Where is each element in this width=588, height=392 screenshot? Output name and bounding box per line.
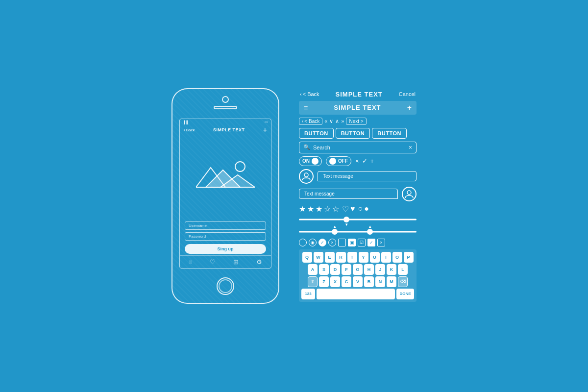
key-x[interactable]: X (330, 276, 340, 287)
phone-tab-heart[interactable]: ♡ (210, 258, 216, 266)
nav1-cancel-button[interactable]: Cancel (399, 91, 416, 97)
slider-1[interactable]: ▼ (299, 217, 416, 222)
phone-tab-menu[interactable]: ≡ (189, 258, 193, 266)
radio-x[interactable]: × (328, 239, 336, 246)
ui-components-panel: ‹ < Back SIMPLE TEXT Cancel ≡ SIMPLE TEX… (299, 91, 416, 302)
toggle-off-label: OFF (338, 158, 348, 164)
key-k[interactable]: K (387, 264, 396, 275)
nav-back-button[interactable]: ‹ < Back (299, 118, 322, 125)
key-u[interactable]: U (370, 252, 380, 263)
phone-screen: ▐▐ ▭ ‹ Back SIMPLE TEXT + (179, 119, 271, 269)
toggle-off[interactable]: OFF (326, 156, 351, 166)
key-c[interactable]: C (342, 276, 351, 287)
phone-tab-list[interactable]: ⊞ (233, 258, 239, 266)
key-q[interactable]: Q (302, 252, 312, 263)
star-1[interactable]: ★ (299, 204, 306, 214)
key-o[interactable]: O (392, 252, 402, 263)
key-delete[interactable]: ⌫ (398, 276, 408, 287)
phone-home-button[interactable] (217, 277, 234, 295)
key-m[interactable]: M (387, 276, 396, 287)
checkbox-checked[interactable]: ☑ (358, 239, 366, 246)
key-f[interactable]: F (342, 264, 351, 275)
radio-empty[interactable] (299, 239, 307, 246)
message-row-left: Text message (299, 169, 416, 184)
comment-empty[interactable]: ○ (358, 204, 363, 213)
comment-filled[interactable]: ● (364, 204, 369, 213)
keyboard: Q W E R T Y U I O P A S D F G H J K L (299, 249, 416, 302)
radio-filled-check[interactable]: ✓ (318, 239, 326, 246)
phone-back-button[interactable]: ‹ Back (184, 128, 195, 132)
slider-2-marker-right: ▲ (368, 224, 372, 229)
key-shift[interactable]: ⇧ (308, 276, 318, 287)
phone-signal-icon: ▐▐ (183, 121, 188, 124)
checkboxes-row: ◉ ✓ × ▣ ☑ ✓ × (299, 239, 416, 246)
search-clear-button[interactable]: × (409, 144, 412, 151)
toggle-extra-icons: × ✓ + (355, 157, 374, 165)
button-1[interactable]: BUTTON (299, 128, 334, 139)
slider-1-thumb[interactable]: ▼ (343, 217, 349, 222)
hamburger-menu-icon[interactable]: ≡ (304, 104, 308, 112)
message-row-right: Text message (299, 187, 416, 201)
heart-empty[interactable]: ♡ (342, 204, 349, 214)
key-b[interactable]: B (364, 276, 374, 287)
star-2[interactable]: ★ (307, 204, 314, 214)
star-4-empty[interactable]: ☆ (324, 204, 331, 214)
phone-nav-bar: ‹ Back SIMPLE TEXT + (180, 125, 271, 135)
checkbox-empty[interactable] (338, 239, 346, 246)
checkbox-x[interactable]: × (377, 239, 385, 246)
phone-password-field[interactable]: Password (185, 232, 266, 241)
checkbox-filled[interactable]: ▣ (348, 239, 356, 246)
slider-1-track (299, 219, 416, 220)
phone-username-field[interactable]: Username (185, 221, 266, 230)
button-2[interactable]: BUTTON (336, 128, 370, 139)
key-e[interactable]: E (325, 252, 335, 263)
key-l[interactable]: L (398, 264, 408, 275)
key-done[interactable]: DONE (396, 289, 414, 299)
phone-tab-settings[interactable]: ⚙ (256, 258, 262, 266)
slider-2-thumb-left[interactable]: ▲ (332, 229, 338, 235)
nav1-back-button[interactable]: ‹ < Back (300, 91, 319, 97)
nav-chevron-up-icon[interactable]: ∧ (335, 118, 339, 124)
key-p[interactable]: P (404, 252, 414, 263)
key-n[interactable]: N (375, 276, 385, 287)
nav-next-button[interactable]: Next > (346, 118, 366, 125)
key-space[interactable] (317, 289, 395, 299)
key-d[interactable]: D (330, 264, 340, 275)
nav-double-left-icon[interactable]: « (324, 118, 327, 124)
nav-double-right-icon[interactable]: » (341, 118, 344, 124)
key-r[interactable]: R (336, 252, 346, 263)
nav2-plus-button[interactable]: + (407, 103, 412, 112)
star-5-empty[interactable]: ☆ (332, 204, 339, 214)
key-123[interactable]: 123 (301, 289, 315, 299)
toggle-on[interactable]: ON (299, 156, 322, 166)
slider-2-thumb-right[interactable]: ▲ (367, 229, 373, 235)
slider-1-marker: ▼ (344, 222, 348, 227)
key-t[interactable]: T (347, 252, 357, 263)
key-z[interactable]: Z (319, 276, 329, 287)
phone-title: SIMPLE TEXT (213, 127, 245, 132)
key-h[interactable]: H (364, 264, 374, 275)
phone-plus-button[interactable]: + (263, 126, 267, 133)
search-bar[interactable]: 🔍 Search × (299, 142, 416, 153)
checkbox-checked-filled[interactable]: ✓ (368, 239, 375, 246)
key-y[interactable]: Y (359, 252, 368, 263)
key-i[interactable]: I (381, 252, 391, 263)
phone-battery-icon: ▭ (265, 120, 268, 124)
nav-chevron-down-icon[interactable]: ∨ (329, 118, 333, 124)
main-container: ▐▐ ▭ ‹ Back SIMPLE TEXT + (172, 88, 416, 304)
key-g[interactable]: G (353, 264, 363, 275)
key-v[interactable]: V (353, 276, 363, 287)
search-input[interactable]: Search (313, 145, 406, 150)
heart-filled[interactable]: ♥ (350, 204, 355, 213)
phone-signup-button[interactable]: Sing up (185, 244, 266, 254)
nav1-back-chevron: ‹ (300, 91, 302, 97)
button-3[interactable]: BUTTON (372, 128, 407, 139)
phone-form: Username Password (180, 220, 271, 243)
radio-dot[interactable]: ◉ (309, 239, 317, 246)
star-3[interactable]: ★ (316, 204, 322, 214)
key-w[interactable]: W (314, 252, 323, 263)
key-s[interactable]: S (319, 264, 329, 275)
key-j[interactable]: J (375, 264, 385, 275)
key-a[interactable]: A (308, 264, 318, 275)
slider-2[interactable]: ▲ ▲ (299, 228, 416, 236)
